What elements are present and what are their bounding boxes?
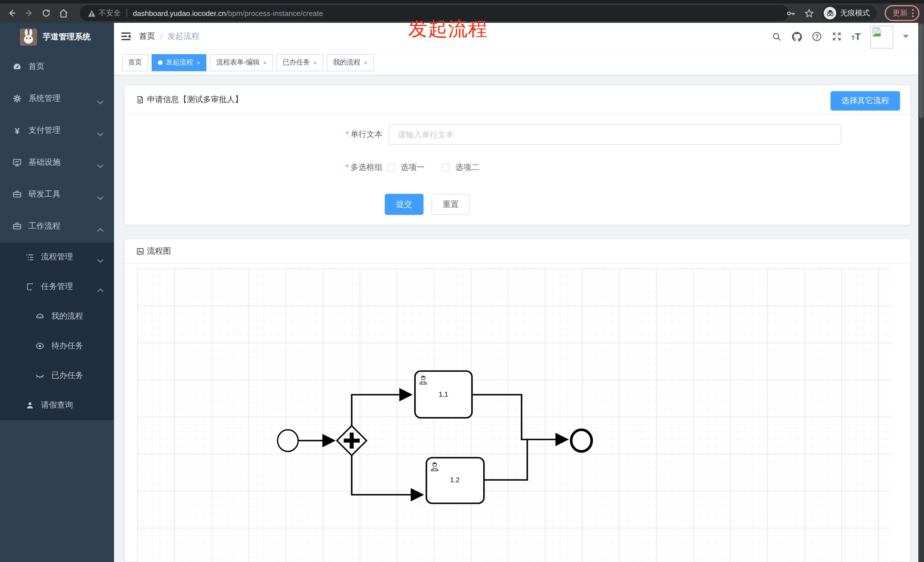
bpmn-canvas[interactable]: 1.1 1.2 [137, 268, 891, 562]
sidebar-item-system[interactable]: 系统管理 [0, 82, 114, 115]
fullscreen-icon[interactable] [831, 31, 842, 42]
bpmn-parallel-gateway[interactable] [337, 426, 366, 456]
sidebar-item-workflow[interactable]: 工作流程 [0, 210, 114, 242]
flow-diagram-card: 流程图 [124, 239, 911, 562]
sidebar-item-leave-query[interactable]: 请假查询 [0, 390, 114, 420]
bpmn-user-task-1[interactable]: 1.1 [415, 371, 472, 418]
sidebar-item-label: 请假查询 [41, 400, 73, 411]
checkbox-option-1[interactable]: 选项一 [387, 162, 424, 173]
field-label: *多选框组 [125, 162, 382, 173]
gear-icon [12, 94, 22, 103]
tab-close-icon[interactable]: × [364, 59, 368, 66]
scrollbar-thumb[interactable] [919, 24, 923, 118]
tab-label: 已办任务 [283, 58, 310, 67]
chevron-down-icon [97, 129, 104, 138]
github-icon[interactable] [792, 31, 802, 42]
logo-avatar [20, 28, 37, 45]
tab-done-tasks[interactable]: 已办任务 × [276, 54, 324, 71]
tab-process-form-edit[interactable]: 流程表单-编辑 × [210, 54, 273, 71]
tab-label: 首页 [128, 58, 142, 67]
bpmn-start-event[interactable] [278, 430, 298, 451]
checkbox-icon[interactable] [442, 163, 450, 172]
sidebar-item-home[interactable]: 首页 [0, 51, 114, 82]
tab-home[interactable]: 首页 [122, 54, 148, 71]
sidebar-item-done-tasks[interactable]: 已办任务 [0, 361, 114, 390]
sidebar-item-label: 我的流程 [51, 311, 83, 321]
url-path: /bpm/process-instance/create [226, 9, 323, 17]
checkbox-group-label-row: *多选框组 [125, 157, 382, 178]
tab-my-process[interactable]: 我的流程 × [327, 54, 374, 71]
page-content: 申请信息【测试多审批人】 选择其它流程 *单行文本 *多选框组 选项一 [114, 75, 924, 562]
tab-close-icon[interactable]: × [196, 59, 200, 66]
single-line-text-input[interactable] [389, 124, 842, 145]
checkbox-option-2[interactable]: 选项二 [442, 162, 479, 173]
tags-view: 首页 发起流程 × 流程表单-编辑 × 已办任务 × 我的流程 × [114, 50, 924, 75]
sidebar-item-task-mgmt[interactable]: 任务管理 [0, 272, 114, 301]
breadcrumb: 首页 / 发起流程 [139, 31, 200, 42]
avatar[interactable] [870, 25, 893, 48]
bpmn-user-task-2[interactable]: 1.2 [426, 458, 484, 503]
tab-close-icon[interactable]: × [263, 59, 267, 66]
browser-update-button[interactable]: 更新 [885, 5, 920, 21]
sidebar-item-label: 研发工具 [28, 189, 60, 199]
sidebar-item-process-mgmt[interactable]: 流程管理 [0, 242, 114, 272]
page-scrollbar[interactable] [918, 23, 924, 562]
avatar-caret-icon[interactable] [903, 35, 909, 38]
password-key-icon[interactable] [786, 8, 796, 18]
bpmn-diagram: 1.1 1.2 [137, 268, 891, 562]
url-text[interactable]: dashboard.yudao.iocoder.cn/bpm/process-i… [133, 9, 323, 17]
diagram-card-header: 流程图 [125, 240, 910, 264]
workflow-submenu: 流程管理 任务管理 我的流程 [0, 242, 114, 420]
picture-icon [136, 247, 144, 255]
chevron-down-icon [97, 161, 104, 170]
security-indicator[interactable]: 不安全 [88, 8, 121, 18]
apply-card-header: 申请信息【测试多审批人】 [125, 85, 910, 115]
sidebar-item-label: 工作流程 [28, 221, 60, 231]
chevron-down-icon [97, 97, 104, 106]
browser-menu-icon[interactable] [912, 9, 914, 17]
bookmark-star-icon[interactable] [804, 8, 814, 18]
sidebar-item-infra[interactable]: 基础设施 [0, 147, 114, 178]
checkbox-group: 选项一 选项二 [387, 157, 479, 178]
tab-close-icon[interactable]: × [314, 59, 317, 66]
sidebar-item-todo-tasks[interactable]: 待办任务 [0, 331, 114, 361]
tab-label: 发起流程 [166, 58, 193, 67]
reset-button[interactable]: 重置 [432, 194, 470, 215]
sidebar-item-devtools[interactable]: 研发工具 [0, 178, 114, 210]
bpmn-end-event[interactable] [571, 430, 592, 451]
user-icon [25, 401, 34, 410]
sidebar-collapse-icon[interactable] [122, 33, 130, 40]
chevron-up-icon [97, 225, 104, 234]
incognito-icon [824, 7, 836, 19]
breadcrumb-home[interactable]: 首页 [139, 31, 155, 42]
checkbox-icon[interactable] [387, 163, 395, 172]
font-size-icon[interactable]: TT [851, 31, 861, 41]
toolbox-icon [12, 190, 22, 199]
browser-forward-icon[interactable] [24, 8, 34, 18]
browser-back-icon[interactable] [7, 8, 17, 18]
sidebar-item-label: 基础设施 [28, 157, 60, 168]
browser-home-icon[interactable] [58, 8, 68, 18]
submit-button[interactable]: 提交 [385, 194, 423, 215]
task-label: 1.2 [450, 476, 459, 484]
help-icon[interactable] [812, 31, 822, 42]
browser-reload-icon[interactable] [41, 8, 51, 18]
single-line-text-row: *单行文本 [125, 124, 910, 145]
tab-initiate-process[interactable]: 发起流程 × [152, 54, 207, 71]
search-icon[interactable] [771, 31, 782, 42]
sidebar-item-label: 系统管理 [28, 93, 60, 104]
sidebar-item-my-process[interactable]: 我的流程 [0, 301, 114, 331]
annotation-text: 发起流程 [408, 16, 488, 42]
sidebar-item-label: 首页 [28, 61, 45, 72]
navbar: 首页 / 发起流程 TT [114, 23, 924, 50]
checkbox-label: 选项一 [401, 162, 424, 173]
choose-other-process-button[interactable]: 选择其它流程 [831, 91, 900, 111]
sidebar-item-label: 任务管理 [41, 282, 73, 292]
diagram-card-title: 流程图 [147, 246, 171, 256]
tree-list-icon [25, 252, 34, 262]
edge-gateway-to-task1 [352, 395, 410, 426]
sidebar-logo[interactable]: 芋道管理系统 [0, 23, 114, 51]
sidebar-item-payment[interactable]: ¥ 支付管理 [0, 115, 114, 147]
incognito-label: 无痕模式 [840, 8, 870, 18]
sidebar: 芋道管理系统 首页 系统管理 ¥ 支付管理 [0, 23, 114, 562]
